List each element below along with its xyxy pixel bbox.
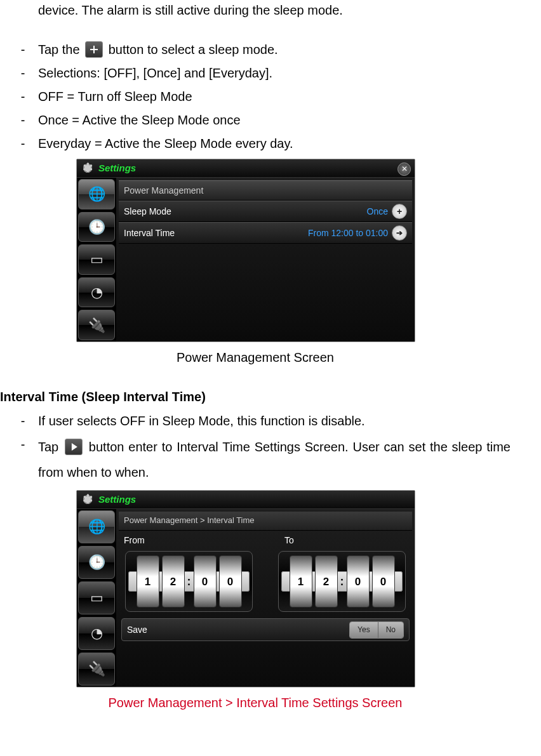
screenshot-header: Settings ✕ [77,159,415,178]
screenshot-title: Settings [98,161,136,176]
save-row: Save Yes No [121,618,410,641]
tab-chart-icon[interactable]: ◔ [78,277,115,308]
close-icon[interactable]: ✕ [397,162,411,176]
power-management-screenshot: Settings ✕ 🌐 🕒 ▭ ◔ 🔌 Power Management Sl… [76,159,415,342]
hour-tens-wheel[interactable]: 1 [290,555,312,607]
row-label: Sleep Mode [124,204,367,218]
screenshot-title: Settings [98,492,136,507]
bullet-pre: Tap the [38,43,83,56]
bullet-text: Tap button enter to Interval Time Settin… [38,434,511,485]
tab-network-icon[interactable]: 🌐 [78,510,115,543]
gear-icon [82,162,93,174]
tab-clock-icon[interactable]: 🕒 [78,212,115,242]
time-colon: : [340,573,344,591]
tab-chart-icon[interactable]: ◔ [78,617,115,650]
plus-icon[interactable]: + [392,204,407,219]
from-time-picker[interactable]: 1 2 : 0 0 [125,551,253,612]
breadcrumb: Power Management > Interval Time [119,512,412,531]
bullet-dash: - [19,63,27,83]
tab-display-icon[interactable]: ▭ [78,581,115,614]
min-ones-wheel[interactable]: 0 [219,555,242,607]
row-label: Interval Time [124,226,308,240]
yes-no-toggle[interactable]: Yes No [349,621,404,639]
tab-display-icon[interactable]: ▭ [78,244,115,275]
bullet-text: Tap the button to select a sleep mode. [38,39,511,60]
yes-button[interactable]: Yes [350,622,378,638]
from-to-labels: From To [119,531,412,547]
screenshot1-caption: Power Management Screen [0,347,511,368]
bullet-dash: - [19,411,27,431]
screenshot-content: Power Management Sleep Mode Once + Inter… [116,178,415,342]
section-label: Power Management [119,180,412,201]
intro-fragment: device. The alarm is still active during… [0,0,511,20]
tab-power-icon[interactable]: 🔌 [78,653,115,686]
min-ones-wheel[interactable]: 0 [372,555,395,607]
section-title-interval: Interval Time (Sleep Interval Time) [0,387,511,407]
row-value: Once [367,204,388,218]
bullet-text: Everyday = Active the Sleep Mode every d… [38,133,511,154]
arrow-right-icon [65,439,83,455]
hour-tens-wheel[interactable]: 1 [137,555,159,607]
save-label: Save [127,623,349,637]
bullet-text: Selections: [OFF], [Once] and [Everyday]… [38,63,511,83]
time-spinners: 1 2 : 0 0 1 2 : 0 0 [119,547,412,618]
screenshot-header: Settings [77,491,415,509]
bullet-dash: - [19,133,27,154]
from-label: From [124,533,246,547]
bullet-list-2: -If user selects OFF in Sleep Mode, this… [0,411,511,485]
gear-icon [82,494,93,505]
bullet-dash: - [19,86,27,107]
row-sleep-mode[interactable]: Sleep Mode Once + [119,201,412,222]
bullet-text: Once = Active the Sleep Mode once [38,110,511,130]
bullet-post: button to select a sleep mode. [109,43,278,56]
plus-icon [85,41,103,58]
to-label: To [284,533,407,547]
no-button[interactable]: No [378,622,403,638]
bullet-dash: - [19,110,27,130]
bullet-dash: - [19,39,27,60]
screenshot-content: Power Management > Interval Time From To… [116,509,415,687]
bullet-text: OFF = Turn off Sleep Mode [38,86,511,107]
interval-time-screenshot: Settings 🌐 🕒 ▭ ◔ 🔌 Power Management > In… [76,490,415,687]
tab-power-icon[interactable]: 🔌 [78,310,115,340]
time-colon: : [187,573,191,591]
screenshot2-caption: Power Management > Interval Time Setting… [0,693,511,713]
to-time-picker[interactable]: 1 2 : 0 0 [278,551,406,612]
bullet-text: If user selects OFF in Sleep Mode, this … [38,411,511,431]
bullet-post: button enter to Interval Time Settings S… [38,440,511,479]
tab-column: 🌐 🕒 ▭ ◔ 🔌 [77,178,116,342]
hour-ones-wheel[interactable]: 2 [315,555,338,607]
row-interval-time[interactable]: Interval Time From 12:00 to 01:00 [119,222,412,244]
bullet-pre: Tap [38,440,63,454]
tab-clock-icon[interactable]: 🕒 [78,546,115,579]
min-tens-wheel[interactable]: 0 [194,555,217,607]
arrow-right-icon[interactable] [392,225,407,241]
min-tens-wheel[interactable]: 0 [347,555,370,607]
bullet-dash: - [19,434,27,454]
tab-network-icon[interactable]: 🌐 [78,179,115,209]
row-value: From 12:00 to 01:00 [308,226,388,240]
hour-ones-wheel[interactable]: 2 [162,555,185,607]
tab-column: 🌐 🕒 ▭ ◔ 🔌 [77,509,116,687]
bullet-list-1: - Tap the button to select a sleep mode.… [0,39,511,154]
